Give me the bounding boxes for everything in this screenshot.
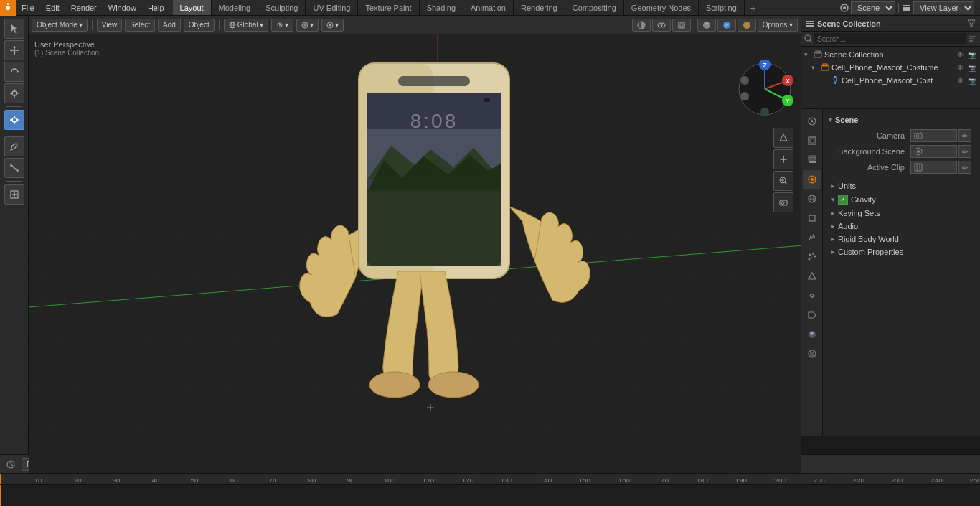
viewport-add-menu[interactable]: Add (158, 19, 181, 32)
add-primitive-btn[interactable] (4, 184, 24, 205)
snap-btn[interactable]: ▾ (296, 19, 319, 32)
solid-shading-btn[interactable] (697, 19, 716, 32)
gravity-section[interactable]: ▾ ✓ Gravity (826, 192, 977, 207)
active-clip-value-field[interactable] (910, 161, 957, 174)
modifier-props-btn[interactable] (803, 228, 821, 247)
tree-actions: 👁 📷 (956, 50, 977, 60)
transform-tool-btn[interactable] (4, 110, 24, 130)
pivot-center-btn[interactable]: ▾ (271, 19, 293, 32)
scene-selector[interactable]: Scene (851, 1, 895, 14)
tab-animation[interactable]: Animation (463, 0, 514, 15)
menu-file[interactable]: File (16, 0, 40, 15)
svg-point-20 (12, 118, 17, 122)
tab-rendering[interactable]: Rendering (514, 0, 565, 15)
svg-rect-61 (367, 189, 501, 266)
view-layer-props-btn[interactable] (803, 151, 821, 169)
fly-navigation-btn[interactable] (773, 128, 793, 148)
units-section[interactable]: ▸ Units (826, 179, 977, 192)
object-props-btn[interactable] (803, 209, 821, 228)
viewport-shading-mode[interactable] (632, 19, 651, 32)
custom-properties-section[interactable]: ▸ Custom Properties (826, 245, 977, 258)
bg-scene-eyedropper[interactable]: ✏ (958, 145, 971, 158)
svg-rect-157 (0, 474, 980, 485)
viewport-view-menu[interactable]: View (97, 19, 123, 32)
output-props-btn[interactable] (803, 131, 821, 150)
eye-icon-mesh[interactable]: 👁 (956, 75, 966, 85)
tab-shading[interactable]: Shading (420, 0, 463, 15)
tree-no-expand: ▸ (821, 77, 829, 84)
options-btn[interactable]: Options ▾ (758, 19, 798, 32)
camera-btn[interactable] (773, 192, 793, 212)
keying-sets-section[interactable]: ▸ Keying Sets (826, 207, 977, 220)
active-clip-eyedropper[interactable]: ✏ (958, 161, 971, 174)
outliner-search-input[interactable] (814, 33, 966, 44)
camera-value-field[interactable] (910, 129, 957, 142)
viewport-object-menu[interactable]: Object (184, 19, 215, 32)
object-mode-btn[interactable]: Object Mode ▾ (32, 19, 88, 32)
gravity-checkbox[interactable]: ✓ (838, 195, 848, 205)
material-props-btn[interactable] (803, 325, 821, 344)
add-workspace-btn[interactable]: + (745, 0, 762, 15)
background-scene-value-field[interactable] (910, 145, 957, 158)
menu-help[interactable]: Help (142, 0, 170, 15)
current-frame-indicator (0, 485, 1, 506)
svg-rect-113 (809, 156, 816, 157)
menu-window[interactable]: Window (103, 0, 142, 15)
tab-texture-paint[interactable]: Texture Paint (358, 0, 419, 15)
tab-uv-editing[interactable]: UV Editing (306, 0, 358, 15)
timeline-track[interactable] (0, 485, 980, 506)
pan-btn[interactable] (773, 149, 793, 169)
outliner-filter-btn[interactable] (967, 19, 976, 29)
keying-sets-arrow: ▸ (831, 210, 835, 217)
scale-tool-btn[interactable] (4, 83, 24, 103)
3d-viewport[interactable]: User Perspective (1) Scene Collection (29, 34, 801, 473)
proportional-btn[interactable]: ▾ (321, 19, 344, 32)
tab-compositing[interactable]: Compositing (565, 0, 624, 15)
rotate-tool-btn[interactable] (4, 62, 24, 82)
render-props-btn[interactable] (803, 112, 821, 131)
tab-scripting[interactable]: Scripting (699, 0, 745, 15)
tree-item-mesh[interactable]: ▸ Cell_Phone_Mascot_Cost 👁 📷 (801, 74, 980, 87)
rigid-body-section[interactable]: ▸ Rigid Body World (826, 233, 977, 245)
tree-label-costume: Cell_Phone_Mascot_Costume (831, 63, 954, 72)
render-icon-mesh[interactable]: 📷 (967, 75, 977, 85)
tab-sculpting[interactable]: Sculpting (258, 0, 306, 15)
audio-section[interactable]: ▸ Audio (826, 220, 977, 233)
constraints-props-btn[interactable] (803, 286, 821, 305)
camera-eyedropper[interactable]: ✏ (958, 129, 971, 142)
navigation-gizmo[interactable]: X Y Z (736, 60, 793, 118)
material-preview-btn[interactable] (717, 19, 736, 32)
timeline-ruler[interactable]: 1 10 20 30 40 50 60 70 80 90 1 (0, 474, 980, 485)
eye-icon-costume[interactable]: 👁 (956, 62, 966, 72)
shading-props-btn[interactable] (803, 345, 821, 363)
scene-section-collapse[interactable]: ▾ Scene (826, 113, 977, 126)
rendered-shading-btn[interactable] (738, 19, 756, 32)
particles-props-btn[interactable] (803, 248, 821, 266)
menu-render[interactable]: Render (65, 0, 103, 15)
top-menubar: File Edit Render Window Help Layout Mode… (0, 0, 980, 16)
world-props-btn[interactable] (803, 189, 821, 208)
viewport-select-menu[interactable]: Select (125, 19, 155, 32)
zoom-btn[interactable] (773, 171, 793, 191)
viewport-overlay-btn[interactable] (652, 19, 671, 32)
tree-item-scene-collection[interactable]: ▾ Scene Collection 👁 📷 (801, 48, 980, 61)
eye-icon[interactable]: 👁 (956, 50, 966, 60)
render-icon[interactable]: 📷 (967, 50, 977, 60)
annotate-tool-btn[interactable] (4, 136, 24, 156)
tab-modeling[interactable]: Modeling (212, 0, 259, 15)
view-layer-selector[interactable]: View Layer (913, 1, 974, 14)
menu-edit[interactable]: Edit (40, 0, 65, 15)
measure-tool-btn[interactable] (4, 158, 24, 178)
tab-geometry-nodes[interactable]: Geometry Nodes (624, 0, 699, 15)
viewport-xray-btn[interactable] (672, 19, 691, 32)
outliner-sort-btn[interactable] (967, 34, 977, 44)
scene-props-btn[interactable] (803, 170, 821, 189)
tree-item-costume[interactable]: ▾ Cell_Phone_Mascot_Costume 👁 📷 (801, 61, 980, 74)
data-props-btn[interactable] (803, 306, 821, 324)
move-tool-btn[interactable] (4, 40, 24, 60)
render-icon-costume[interactable]: 📷 (967, 62, 977, 72)
tab-layout[interactable]: Layout (173, 0, 212, 15)
physics-props-btn[interactable] (803, 267, 821, 286)
cursor-tool-btn[interactable] (4, 19, 24, 39)
transform-global-btn[interactable]: Global ▾ (224, 19, 268, 32)
